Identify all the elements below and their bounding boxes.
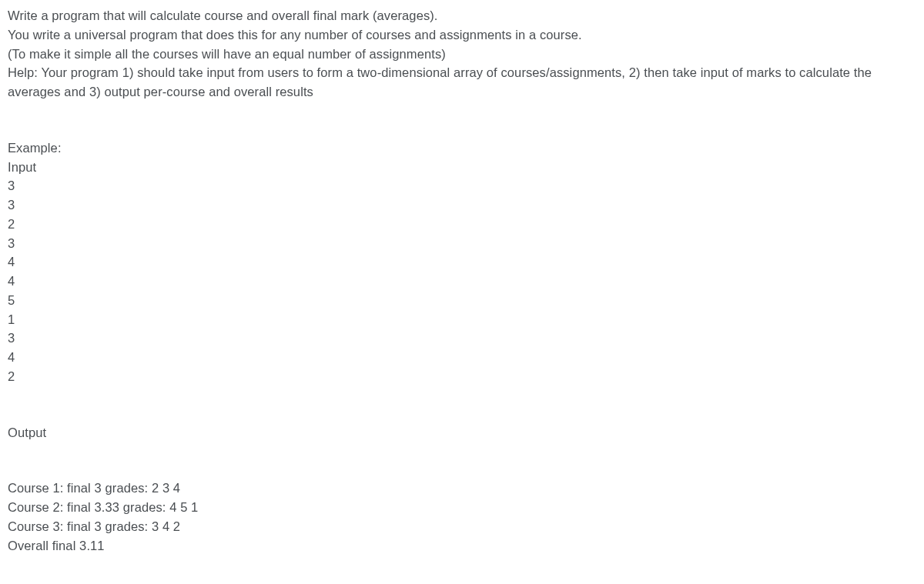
input-value: 4 (8, 348, 916, 367)
input-value: 3 (8, 195, 916, 215)
input-value: 4 (8, 272, 916, 291)
input-value: 5 (8, 291, 916, 310)
output-line: Course 1: final 3 grades: 2 3 4 (8, 479, 916, 498)
input-value: 2 (8, 215, 916, 234)
input-label: Input (8, 158, 916, 177)
input-value: 3 (8, 176, 916, 195)
problem-line-1: Write a program that will calculate cour… (8, 6, 916, 25)
output-line: Course 3: final 3 grades: 3 4 2 (8, 517, 916, 536)
problem-line-4: Help: Your program 1) should take input … (8, 63, 916, 102)
input-value: 3 (8, 234, 916, 253)
input-value: 1 (8, 310, 916, 329)
input-value: 2 (8, 367, 916, 386)
output-line: Course 2: final 3.33 grades: 4 5 1 (8, 498, 916, 517)
output-label: Output (8, 423, 916, 442)
output-line: Overall final 3.11 (8, 536, 916, 556)
problem-line-2: You write a universal program that does … (8, 25, 916, 45)
example-header: Example: (8, 138, 916, 158)
input-value: 3 (8, 329, 916, 348)
input-value: 4 (8, 252, 916, 272)
problem-line-3: (To make it simple all the courses will … (8, 45, 916, 64)
